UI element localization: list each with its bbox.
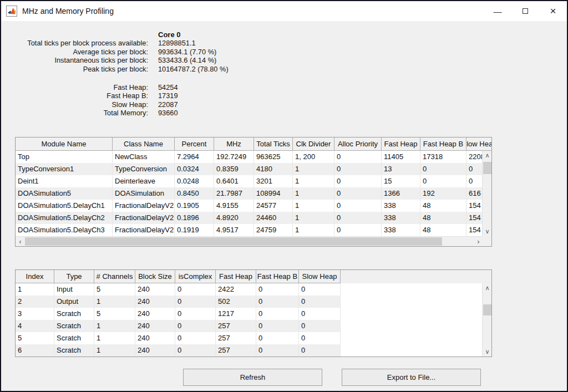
- column-header-fast-heap-b[interactable]: Fast Heap B: [420, 138, 466, 150]
- maximize-button[interactable]: [511, 1, 539, 21]
- scroll-up-icon[interactable]: ∧: [483, 151, 492, 160]
- table-cell: 2422: [216, 283, 256, 296]
- table-row[interactable]: TopNewClass7.2964192.72499636251, 200011…: [16, 151, 483, 163]
- table-cell: Deint1: [16, 175, 113, 187]
- table-cell: 0: [256, 344, 299, 357]
- column-header-percent[interactable]: Percent: [175, 138, 214, 150]
- table-row[interactable]: 1Input52400242200: [16, 283, 491, 296]
- column-header-total-ticks[interactable]: Total Ticks: [254, 138, 293, 150]
- table-cell: 0: [299, 320, 341, 332]
- table-cell: 616: [466, 187, 483, 200]
- buffer-table: IndexType# ChannelsBlock SizeisComplexFa…: [15, 269, 492, 357]
- table-cell: 2: [16, 296, 54, 308]
- vertical-scrollbar[interactable]: ∧ ∨: [482, 283, 491, 357]
- scrollbar-thumb[interactable]: [483, 162, 491, 174]
- table-cell: 0: [334, 175, 382, 187]
- horizontal-scrollbar[interactable]: ‹ ›: [16, 236, 483, 246]
- column-header-index[interactable]: Index: [16, 270, 54, 283]
- table-cell: 21.7987: [214, 187, 254, 200]
- table-cell: 240: [135, 332, 175, 344]
- table-row[interactable]: DOASimulation5DOASimulation0.845021.7987…: [16, 187, 483, 200]
- table-cell: Top: [16, 151, 113, 163]
- table-cell: 2208: [466, 151, 483, 163]
- close-icon: ×: [550, 5, 556, 17]
- table-row[interactable]: 6Scratch1240025700: [16, 344, 491, 357]
- stat-label: Total Memory:: [15, 109, 148, 117]
- table-cell: 154: [466, 200, 483, 212]
- table-row[interactable]: Deint1Deinterleave0.02480.64013201101500: [16, 175, 483, 187]
- table-cell: Output: [54, 296, 94, 308]
- table-cell: 0: [334, 224, 382, 236]
- table-cell: TypeConversion: [113, 163, 175, 175]
- scrollbar-track[interactable]: [25, 237, 474, 246]
- table-cell: 6: [16, 344, 54, 357]
- table-cell: 338: [382, 212, 420, 224]
- column-header-type[interactable]: Type: [54, 270, 94, 283]
- table-cell: 24460: [254, 212, 293, 224]
- vertical-scrollbar[interactable]: ∧ ∨: [482, 151, 491, 236]
- scroll-down-icon[interactable]: ∨: [483, 347, 492, 357]
- refresh-button-label: Refresh: [240, 373, 266, 381]
- column-header-module-name[interactable]: Module Name: [16, 138, 113, 150]
- scroll-up-icon[interactable]: ∧: [483, 283, 492, 293]
- table-cell: 1: [16, 283, 54, 296]
- minimize-button[interactable]: —: [484, 1, 511, 21]
- title-bar: MHz and Memory Profiling — ×: [1, 1, 567, 21]
- table-cell: 4.9517: [214, 224, 254, 236]
- table-cell: DOASimulation5.DelayCh3: [16, 224, 113, 236]
- table-row[interactable]: 3Scratch52400121700: [16, 308, 491, 320]
- stat-row-total-ticks: Total ticks per block process available:…: [15, 39, 229, 47]
- table-row[interactable]: DOASimulation5.DelayCh1FractionalDelayV2…: [16, 200, 483, 212]
- module-table-body: TopNewClass7.2964192.72499636251, 200011…: [16, 151, 491, 236]
- table-cell: 1217: [216, 308, 256, 320]
- close-button[interactable]: ×: [539, 1, 567, 21]
- stat-row-fast-heap: Fast Heap: 54254: [15, 83, 229, 91]
- table-cell: 240: [135, 320, 175, 332]
- module-table-header: Module NameClass NamePercentMHzTotal Tic…: [16, 138, 491, 151]
- table-cell: 0: [299, 283, 341, 296]
- minimize-icon: —: [494, 7, 502, 16]
- column-header-iscomplex[interactable]: isComplex: [175, 270, 216, 283]
- table-cell: 154: [466, 212, 483, 224]
- table-cell: 257: [216, 344, 256, 357]
- column-header-clk-divider[interactable]: Clk Divider: [293, 138, 334, 150]
- table-cell: 154: [466, 224, 483, 236]
- column-header-alloc-priority[interactable]: Alloc Priority: [334, 138, 382, 150]
- table-cell: 192: [420, 187, 466, 200]
- refresh-button[interactable]: Refresh: [183, 369, 322, 386]
- column-header-fast-heap[interactable]: Fast Heap: [216, 270, 256, 283]
- scrollbar-thumb[interactable]: [483, 304, 491, 315]
- scroll-left-icon[interactable]: ‹: [16, 237, 25, 246]
- table-row[interactable]: 5Scratch1240025700: [16, 332, 491, 344]
- table-cell: 0: [466, 175, 483, 187]
- buffer-table-body: 1Input524002422002Output12400502003Scrat…: [16, 283, 491, 357]
- table-row[interactable]: 4Scratch1240025700: [16, 320, 491, 332]
- column-header-fast-heap[interactable]: Fast Heap: [382, 138, 420, 150]
- scrollbar-thumb[interactable]: [25, 237, 442, 246]
- table-row[interactable]: TypeConversion1TypeConversion0.03240.835…: [16, 163, 483, 175]
- table-cell: 0: [334, 163, 382, 175]
- table-cell: 0: [334, 200, 382, 212]
- table-cell: 240: [135, 344, 175, 357]
- export-to-file-button[interactable]: Export to File...: [342, 369, 481, 386]
- column-header--channels[interactable]: # Channels: [94, 270, 135, 283]
- scroll-down-icon[interactable]: ∨: [483, 227, 492, 236]
- table-cell: 192.7249: [214, 151, 254, 163]
- table-row[interactable]: DOASimulation5.DelayCh3FractionalDelayV2…: [16, 224, 483, 236]
- table-cell: 338: [382, 200, 420, 212]
- column-header-fast-heap-b[interactable]: Fast Heap B: [256, 270, 299, 283]
- core-header: Core 0: [158, 30, 180, 39]
- table-cell: 11405: [382, 151, 420, 163]
- column-header-class-name[interactable]: Class Name: [113, 138, 175, 150]
- stat-row-instantaneous-ticks: Instantaneous ticks per block: 533433.6 …: [15, 56, 229, 64]
- column-header-slow-heap[interactable]: Slow Heap: [466, 138, 491, 150]
- column-header-slow-heap[interactable]: Slow Heap: [299, 270, 341, 283]
- table-row[interactable]: 2Output1240050200: [16, 296, 491, 308]
- stat-value: 533433.6 (4.14 %): [158, 56, 216, 64]
- column-header-mhz[interactable]: MHz: [214, 138, 254, 150]
- table-cell: 257: [216, 332, 256, 344]
- column-header-block-size[interactable]: Block Size: [135, 270, 175, 283]
- stat-row-fast-heap-b: Fast Heap B: 17319: [15, 91, 229, 100]
- table-row[interactable]: DOASimulation5.DelayCh2FractionalDelayV2…: [16, 212, 483, 224]
- table-cell: 0: [256, 332, 299, 344]
